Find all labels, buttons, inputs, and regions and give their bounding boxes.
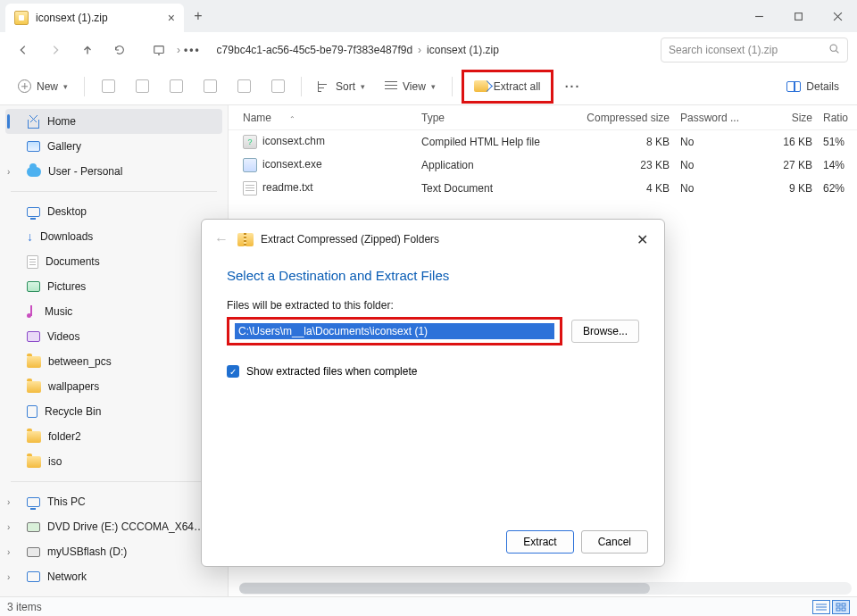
dialog-path-label: Files will be extracted to this folder: xyxy=(227,299,639,312)
network-icon xyxy=(27,571,40,582)
view-button[interactable]: View▾ xyxy=(378,73,443,100)
folder-icon xyxy=(27,356,41,368)
highlight-box: C:\Users\m__la\Documents\iconsext (1) xyxy=(227,317,562,345)
col-password[interactable]: Password ... xyxy=(680,112,752,124)
close-tab-icon[interactable]: × xyxy=(168,11,175,25)
command-toolbar: New▾ Sort▾ View▾ Extract all ··· Details xyxy=(0,68,857,105)
delete-button[interactable] xyxy=(263,73,292,100)
list-view-toggle[interactable] xyxy=(812,600,830,614)
minimize-button[interactable] xyxy=(739,2,778,30)
chevron-right-icon[interactable]: › xyxy=(7,167,10,177)
zip-folder-icon xyxy=(14,11,29,25)
new-button[interactable]: New▾ xyxy=(11,73,75,100)
sidebar-item-folder[interactable]: wallpapers xyxy=(0,374,228,399)
document-icon xyxy=(27,255,38,269)
copy-icon xyxy=(136,79,149,93)
col-compressed[interactable]: Compressed size xyxy=(564,112,680,124)
extract-button[interactable]: Extract xyxy=(506,530,573,554)
desktop-icon xyxy=(27,207,40,217)
cut-button[interactable] xyxy=(94,73,122,100)
file-row[interactable]: readme.txt Text Document 4 KB No 9 KB 62… xyxy=(229,177,857,200)
horizontal-scrollbar[interactable] xyxy=(239,582,852,595)
chevron-right-icon[interactable]: › xyxy=(7,547,10,557)
sidebar-item-music[interactable]: Music xyxy=(0,299,228,324)
file-row[interactable]: iconsext.chm Compiled HTML Help file 8 K… xyxy=(229,130,857,154)
details-view-toggle[interactable] xyxy=(832,600,850,614)
plus-icon xyxy=(18,79,31,93)
sidebar-item-dvd[interactable]: ›DVD Drive (E:) CCCOMA_X64FRE_EN-U xyxy=(0,514,228,539)
sidebar-item-thispc[interactable]: ›This PC xyxy=(0,489,228,514)
column-headers[interactable]: Name⌃ Type Compressed size Password ... … xyxy=(229,105,857,130)
sidebar-item-network[interactable]: ›Network xyxy=(0,564,228,589)
search-icon xyxy=(828,43,840,57)
folder-icon xyxy=(27,381,41,393)
sidebar-item-downloads[interactable]: ↓Downloads xyxy=(0,224,228,249)
folder-icon xyxy=(27,456,41,468)
file-row[interactable]: iconsext.exe Application 23 KB No 27 KB … xyxy=(229,154,857,177)
forward-button[interactable] xyxy=(41,36,70,64)
sidebar-item-recycle[interactable]: Recycle Bin xyxy=(0,399,228,424)
copy-button[interactable] xyxy=(128,73,156,100)
browse-button[interactable]: Browse... xyxy=(571,320,639,343)
maximize-button[interactable] xyxy=(778,2,818,30)
sidebar-item-user[interactable]: ›User - Personal xyxy=(0,159,228,184)
more-button[interactable]: ··· xyxy=(559,73,587,100)
new-tab-button[interactable]: + xyxy=(186,4,211,29)
home-icon xyxy=(27,115,40,129)
chevron-right-icon: › xyxy=(418,44,421,56)
chevron-right-icon[interactable]: › xyxy=(7,522,10,532)
extract-all-button[interactable]: Extract all xyxy=(467,73,548,100)
music-icon xyxy=(27,305,37,318)
cancel-button[interactable]: Cancel xyxy=(581,530,648,554)
details-pane-button[interactable]: Details xyxy=(779,73,846,100)
close-window-button[interactable] xyxy=(818,2,857,30)
rename-button[interactable] xyxy=(196,73,224,100)
sidebar-item-videos[interactable]: Videos xyxy=(0,324,228,349)
chevron-right-icon[interactable]: › xyxy=(7,572,10,582)
navigation-pane: Home Gallery ›User - Personal Desktop ↓D… xyxy=(0,105,229,596)
window-tab[interactable]: iconsext (1).zip × xyxy=(5,4,184,32)
dialog-back-button[interactable]: ← xyxy=(214,231,229,247)
extract-path-input[interactable]: C:\Users\m__la\Documents\iconsext (1) xyxy=(235,323,554,339)
sidebar-item-folder[interactable]: folder2 xyxy=(0,424,228,449)
col-ratio[interactable]: Ratio xyxy=(823,112,857,124)
breadcrumb[interactable]: c79bc4c1-ac56-45c5-be79-7f383e487f9d › i… xyxy=(212,44,657,56)
up-button[interactable] xyxy=(73,36,102,64)
scrollbar-thumb[interactable] xyxy=(239,583,650,594)
sidebar-item-documents[interactable]: Documents xyxy=(0,249,228,274)
breadcrumb-part[interactable]: iconsext (1).zip xyxy=(427,44,499,56)
breadcrumb-part[interactable]: c79bc4c1-ac56-45c5-be79-7f383e487f9d xyxy=(217,44,413,56)
path-overflow-icon[interactable]: ••• xyxy=(184,44,201,56)
col-size[interactable]: Size xyxy=(752,112,823,124)
location-icon[interactable] xyxy=(145,36,173,64)
sidebar-item-folder[interactable]: iso xyxy=(0,449,228,474)
svg-rect-13 xyxy=(836,608,840,611)
col-name[interactable]: Name⌃ xyxy=(243,112,421,124)
show-files-checkbox[interactable]: ✓ xyxy=(227,365,239,378)
sort-icon xyxy=(318,81,330,92)
col-type[interactable]: Type xyxy=(421,112,564,124)
video-icon xyxy=(27,331,40,342)
svg-rect-11 xyxy=(836,604,840,606)
sidebar-item-folder[interactable]: between_pcs xyxy=(0,349,228,374)
share-icon xyxy=(237,79,251,93)
paste-button[interactable] xyxy=(162,73,190,100)
sidebar-item-home[interactable]: Home xyxy=(5,109,222,134)
dialog-close-button[interactable]: ✕ xyxy=(633,228,652,252)
search-placeholder: Search iconsext (1).zip xyxy=(669,44,778,56)
extract-icon xyxy=(474,80,488,92)
status-bar: 3 items xyxy=(0,596,857,616)
sidebar-item-desktop[interactable]: Desktop xyxy=(0,199,228,224)
search-box[interactable]: Search iconsext (1).zip xyxy=(661,37,848,62)
item-count: 3 items xyxy=(7,601,42,613)
download-icon: ↓ xyxy=(27,229,33,244)
refresh-button[interactable] xyxy=(105,36,134,64)
chevron-right-icon[interactable]: › xyxy=(7,497,10,507)
sidebar-item-gallery[interactable]: Gallery xyxy=(0,134,228,159)
exe-file-icon xyxy=(243,158,257,172)
sort-button[interactable]: Sort▾ xyxy=(311,73,372,100)
sidebar-item-pictures[interactable]: Pictures xyxy=(0,274,228,299)
back-button[interactable] xyxy=(9,36,37,64)
share-button[interactable] xyxy=(229,73,258,100)
sidebar-item-usb[interactable]: ›myUSBflash (D:) xyxy=(0,539,228,564)
